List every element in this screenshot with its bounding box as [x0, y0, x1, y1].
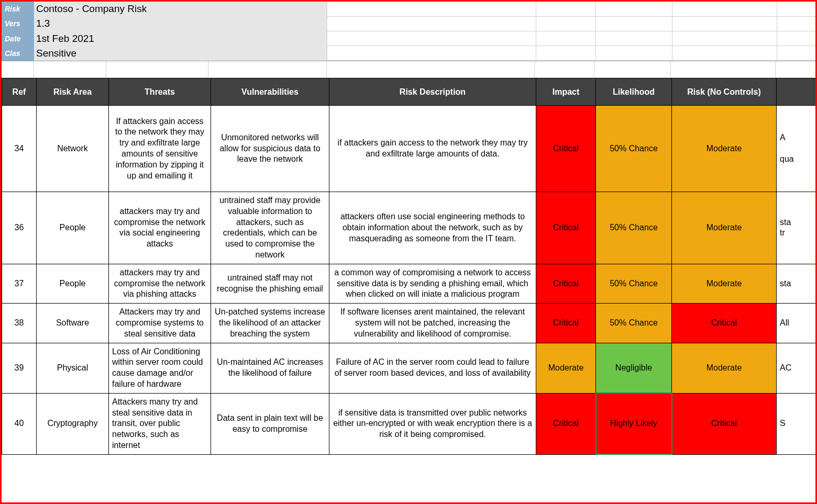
col-header-risk-area[interactable]: Risk Area — [37, 79, 109, 106]
cell-likelihood[interactable]: Negligible — [596, 343, 672, 393]
table-row: 37Peopleattackers may try and compromise… — [2, 264, 818, 303]
col-header-vulnerabilities[interactable]: Vulnerabilities — [211, 79, 329, 106]
table-body: 34NetworkIf attackers gain access to the… — [2, 106, 818, 455]
cell-risk-description[interactable]: if sensitive data is transmitted over pu… — [329, 393, 536, 454]
cell-risk-no-controls[interactable]: Moderate — [672, 106, 777, 192]
cell-impact[interactable]: Moderate — [536, 343, 596, 393]
meta-value-risk-register[interactable]: Contoso - Company Risk — [34, 2, 327, 16]
cell-impact[interactable]: Critical — [536, 106, 596, 192]
col-header-extra[interactable] — [777, 79, 818, 106]
cell-risk-no-controls[interactable]: Moderate — [672, 343, 777, 393]
table-header-row: Ref Risk Area Threats Vulnerabilities Ri… — [2, 79, 818, 106]
cell-likelihood[interactable]: 50% Chance — [596, 304, 672, 343]
cell-likelihood[interactable]: 50% Chance — [596, 192, 672, 264]
cell-ref[interactable]: 37 — [2, 264, 37, 303]
cell-risk-area[interactable]: People — [37, 192, 109, 264]
cell-risk-description[interactable]: If software licenses arent maintained, t… — [329, 304, 536, 343]
meta-value-date[interactable]: 1st Feb 2021 — [34, 31, 327, 46]
cell-extra[interactable]: S — [777, 393, 818, 454]
cell-risk-no-controls[interactable]: Critical — [672, 393, 777, 454]
cell-risk-description[interactable]: Failure of AC in the server room could l… — [329, 343, 536, 393]
meta-labels-column: Risk Vers Date Clas — [2, 2, 34, 61]
meta-values-column: Contoso - Company Risk 1.3 1st Feb 2021 … — [34, 2, 327, 61]
cell-ref[interactable]: 39 — [2, 343, 37, 393]
cell-risk-no-controls[interactable]: Moderate — [672, 192, 777, 264]
meta-label-classification: Clas — [2, 46, 34, 61]
meta-label-version: Vers — [2, 16, 34, 31]
col-header-risk-description[interactable]: Risk Description — [329, 79, 536, 106]
cell-threats[interactable]: Attackers may try and compromise systems… — [109, 304, 211, 343]
meta-value-version[interactable]: 1.3 — [34, 16, 327, 31]
cell-likelihood[interactable]: 50% Chance — [596, 106, 672, 192]
col-header-impact[interactable]: Impact — [536, 79, 596, 106]
cell-ref[interactable]: 38 — [2, 304, 37, 343]
document-metadata: Risk Vers Date Clas Contoso - Company Ri… — [2, 2, 815, 61]
cell-risk-area[interactable]: Network — [37, 106, 109, 192]
cell-extra[interactable]: sta tr — [777, 192, 818, 264]
cell-threats[interactable]: If attackers gain access to the network … — [109, 106, 211, 192]
cell-ref[interactable]: 36 — [2, 192, 37, 264]
table-row: 40CryptographyAttackers many try and ste… — [2, 393, 818, 454]
cell-vulnerabilities[interactable]: Data sent in plain text will be easy to … — [211, 393, 329, 454]
cell-vulnerabilities[interactable]: Un-patched systems increase the likeliho… — [211, 304, 329, 343]
risk-table: Ref Risk Area Threats Vulnerabilities Ri… — [2, 78, 817, 455]
cell-likelihood[interactable]: 50% Chance — [596, 264, 672, 303]
spreadsheet-view: Risk Vers Date Clas Contoso - Company Ri… — [0, 0, 817, 504]
cell-risk-no-controls[interactable]: Critical — [672, 304, 777, 343]
cell-risk-area[interactable]: Cryptography — [37, 393, 109, 454]
cell-risk-no-controls[interactable]: Moderate — [672, 264, 777, 303]
cell-extra[interactable]: A qua — [777, 106, 818, 192]
col-header-likelihood[interactable]: Likelihood — [596, 79, 672, 106]
meta-label-risk-register: Risk — [2, 2, 34, 16]
cell-vulnerabilities[interactable]: untrained staff may provide valuable inf… — [211, 192, 329, 264]
table-row: 34NetworkIf attackers gain access to the… — [2, 106, 818, 192]
cell-risk-description[interactable]: a common way of compromising a network t… — [329, 264, 536, 303]
cell-impact[interactable]: Critical — [536, 304, 596, 343]
cell-extra[interactable]: All — [777, 304, 818, 343]
table-row: 36Peopleattackers may try and compromise… — [2, 192, 818, 264]
cell-impact[interactable]: Critical — [536, 393, 596, 454]
cell-extra[interactable]: AC — [777, 343, 818, 393]
cell-vulnerabilities[interactable]: untrained staff may not recognise the ph… — [211, 264, 329, 303]
cell-threats[interactable]: Attackers many try and steal sensitive d… — [109, 393, 211, 454]
cell-risk-area[interactable]: People — [37, 264, 109, 303]
col-header-risk-no-controls[interactable]: Risk (No Controls) — [672, 79, 777, 106]
cell-threats[interactable]: attackers may try and compromise the net… — [109, 264, 211, 303]
table-row: 39PhysicalLoss of Air Conditioning withi… — [2, 343, 818, 393]
cell-ref[interactable]: 34 — [2, 106, 37, 192]
meta-value-classification[interactable]: Sensitive — [34, 46, 327, 61]
cell-impact[interactable]: Critical — [536, 192, 596, 264]
col-header-threats[interactable]: Threats — [109, 79, 211, 106]
cell-threats[interactable]: Loss of Air Conditioning within server r… — [109, 343, 211, 393]
cell-impact[interactable]: Critical — [536, 264, 596, 303]
cell-risk-description[interactable]: if attackers gain access to the network … — [329, 106, 536, 192]
cell-extra[interactable]: sta — [777, 264, 818, 303]
spacer-row[interactable] — [2, 61, 815, 78]
cell-risk-area[interactable]: Physical — [37, 343, 109, 393]
meta-label-date: Date — [2, 31, 34, 46]
cell-likelihood[interactable]: Highly Likely — [596, 393, 672, 454]
cell-risk-description[interactable]: attackers often use social engineering m… — [329, 192, 536, 264]
empty-grid-area[interactable] — [327, 2, 815, 61]
cell-threats[interactable]: attackers may try and compromise the net… — [109, 192, 211, 264]
table-row: 38SoftwareAttackers may try and compromi… — [2, 304, 818, 343]
col-header-ref[interactable]: Ref — [2, 79, 37, 106]
cell-vulnerabilities[interactable]: Unmonitored networks will allow for susp… — [211, 106, 329, 192]
cell-risk-area[interactable]: Software — [37, 304, 109, 343]
cell-vulnerabilities[interactable]: Un-maintained AC increases the likelihoo… — [211, 343, 329, 393]
cell-ref[interactable]: 40 — [2, 393, 37, 454]
